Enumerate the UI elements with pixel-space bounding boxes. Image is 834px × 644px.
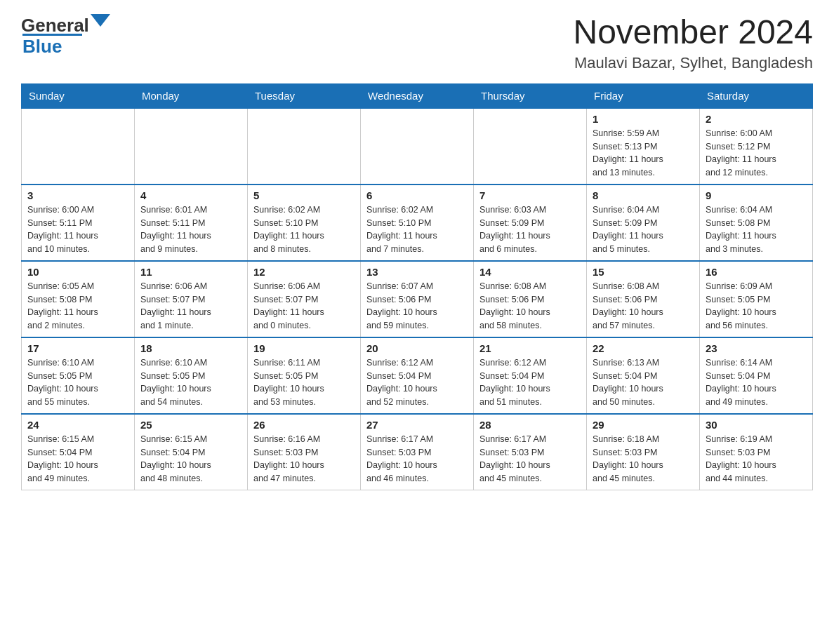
calendar-week-5: 24Sunrise: 6:15 AM Sunset: 5:04 PM Dayli…: [22, 414, 813, 490]
day-number: 3: [27, 189, 128, 201]
calendar-cell: 13Sunrise: 6:07 AM Sunset: 5:06 PM Dayli…: [361, 261, 474, 337]
day-of-week-tuesday: Tuesday: [248, 83, 361, 108]
month-year-title: November 2024: [573, 14, 813, 51]
calendar-cell: 23Sunrise: 6:14 AM Sunset: 5:04 PM Dayli…: [700, 337, 813, 414]
calendar-body: 1Sunrise: 5:59 AM Sunset: 5:13 PM Daylig…: [22, 108, 813, 490]
day-number: 17: [27, 342, 128, 354]
day-number: 20: [366, 342, 468, 354]
calendar-cell: 29Sunrise: 6:18 AM Sunset: 5:03 PM Dayli…: [587, 414, 700, 490]
day-number: 14: [479, 266, 581, 278]
day-number: 11: [140, 266, 241, 278]
calendar-cell: [22, 108, 135, 185]
day-info: Sunrise: 6:12 AM Sunset: 5:04 PM Dayligh…: [366, 356, 468, 409]
day-number: 12: [253, 266, 355, 278]
calendar-cell: 10Sunrise: 6:05 AM Sunset: 5:08 PM Dayli…: [22, 261, 135, 337]
day-of-week-sunday: Sunday: [22, 83, 135, 108]
day-number: 18: [140, 342, 241, 354]
day-number: 27: [366, 419, 468, 431]
calendar-cell: [135, 108, 248, 185]
day-number: 23: [706, 342, 807, 354]
calendar-week-4: 17Sunrise: 6:10 AM Sunset: 5:05 PM Dayli…: [22, 337, 813, 414]
day-number: 1: [593, 113, 694, 125]
day-info: Sunrise: 6:04 AM Sunset: 5:08 PM Dayligh…: [706, 203, 807, 256]
day-number: 13: [366, 266, 468, 278]
day-info: Sunrise: 6:15 AM Sunset: 5:04 PM Dayligh…: [27, 433, 128, 485]
day-number: 28: [479, 419, 581, 431]
calendar-week-1: 1Sunrise: 5:59 AM Sunset: 5:13 PM Daylig…: [22, 108, 813, 185]
day-number: 15: [593, 266, 694, 278]
calendar-week-2: 3Sunrise: 6:00 AM Sunset: 5:11 PM Daylig…: [22, 185, 813, 261]
calendar-header: SundayMondayTuesdayWednesdayThursdayFrid…: [22, 83, 813, 108]
day-number: 8: [593, 189, 694, 201]
logo-general-text: General: [21, 15, 89, 36]
day-number: 29: [593, 419, 694, 431]
calendar-cell: 26Sunrise: 6:16 AM Sunset: 5:03 PM Dayli…: [248, 414, 361, 490]
day-of-week-friday: Friday: [587, 83, 700, 108]
day-info: Sunrise: 6:10 AM Sunset: 5:05 PM Dayligh…: [27, 356, 128, 409]
day-info: Sunrise: 6:11 AM Sunset: 5:05 PM Dayligh…: [253, 356, 355, 409]
calendar-cell: 22Sunrise: 6:13 AM Sunset: 5:04 PM Dayli…: [587, 337, 700, 414]
day-info: Sunrise: 6:10 AM Sunset: 5:05 PM Dayligh…: [140, 356, 241, 409]
day-number: 21: [479, 342, 581, 354]
calendar-cell: 25Sunrise: 6:15 AM Sunset: 5:04 PM Dayli…: [135, 414, 248, 490]
day-of-week-monday: Monday: [135, 83, 248, 108]
day-number: 30: [706, 419, 807, 431]
day-info: Sunrise: 6:13 AM Sunset: 5:04 PM Dayligh…: [593, 356, 694, 409]
day-info: Sunrise: 6:06 AM Sunset: 5:07 PM Dayligh…: [253, 280, 355, 333]
logo-arrow-icon: [91, 14, 110, 36]
day-info: Sunrise: 6:08 AM Sunset: 5:06 PM Dayligh…: [479, 280, 581, 333]
day-info: Sunrise: 6:01 AM Sunset: 5:11 PM Dayligh…: [140, 203, 241, 256]
calendar-cell: 20Sunrise: 6:12 AM Sunset: 5:04 PM Dayli…: [361, 337, 474, 414]
day-info: Sunrise: 6:09 AM Sunset: 5:05 PM Dayligh…: [706, 280, 807, 333]
day-info: Sunrise: 6:19 AM Sunset: 5:03 PM Dayligh…: [706, 433, 807, 485]
day-info: Sunrise: 6:00 AM Sunset: 5:12 PM Dayligh…: [706, 127, 807, 180]
calendar-cell: 7Sunrise: 6:03 AM Sunset: 5:09 PM Daylig…: [474, 185, 587, 261]
calendar-cell: 15Sunrise: 6:08 AM Sunset: 5:06 PM Dayli…: [587, 261, 700, 337]
day-number: 10: [27, 266, 128, 278]
day-number: 16: [706, 266, 807, 278]
day-info: Sunrise: 5:59 AM Sunset: 5:13 PM Dayligh…: [593, 127, 694, 180]
calendar-cell: 21Sunrise: 6:12 AM Sunset: 5:04 PM Dayli…: [474, 337, 587, 414]
calendar-cell: 4Sunrise: 6:01 AM Sunset: 5:11 PM Daylig…: [135, 185, 248, 261]
calendar-cell: 24Sunrise: 6:15 AM Sunset: 5:04 PM Dayli…: [22, 414, 135, 490]
day-info: Sunrise: 6:00 AM Sunset: 5:11 PM Dayligh…: [27, 203, 128, 256]
calendar-cell: 8Sunrise: 6:04 AM Sunset: 5:09 PM Daylig…: [587, 185, 700, 261]
day-number: 25: [140, 419, 241, 431]
location-subtitle: Maulavi Bazar, Sylhet, Bangladesh: [573, 54, 813, 72]
day-info: Sunrise: 6:14 AM Sunset: 5:04 PM Dayligh…: [706, 356, 807, 409]
day-info: Sunrise: 6:12 AM Sunset: 5:04 PM Dayligh…: [479, 356, 581, 409]
calendar-cell: 27Sunrise: 6:17 AM Sunset: 5:03 PM Dayli…: [361, 414, 474, 490]
day-number: 19: [253, 342, 355, 354]
day-number: 5: [253, 189, 355, 201]
day-number: 26: [253, 419, 355, 431]
page-header: General Blue November 2024 Maulavi Bazar…: [21, 14, 813, 72]
calendar-cell: 3Sunrise: 6:00 AM Sunset: 5:11 PM Daylig…: [22, 185, 135, 261]
day-info: Sunrise: 6:15 AM Sunset: 5:04 PM Dayligh…: [140, 433, 241, 485]
day-info: Sunrise: 6:06 AM Sunset: 5:07 PM Dayligh…: [140, 280, 241, 333]
day-number: 22: [593, 342, 694, 354]
calendar-cell: 18Sunrise: 6:10 AM Sunset: 5:05 PM Dayli…: [135, 337, 248, 414]
calendar-week-3: 10Sunrise: 6:05 AM Sunset: 5:08 PM Dayli…: [22, 261, 813, 337]
logo: General Blue: [21, 14, 110, 58]
day-info: Sunrise: 6:18 AM Sunset: 5:03 PM Dayligh…: [593, 433, 694, 485]
calendar-cell: 9Sunrise: 6:04 AM Sunset: 5:08 PM Daylig…: [700, 185, 813, 261]
svg-marker-0: [91, 14, 110, 27]
calendar-cell: [361, 108, 474, 185]
calendar-cell: 17Sunrise: 6:10 AM Sunset: 5:05 PM Dayli…: [22, 337, 135, 414]
calendar-cell: 30Sunrise: 6:19 AM Sunset: 5:03 PM Dayli…: [700, 414, 813, 490]
calendar-cell: 16Sunrise: 6:09 AM Sunset: 5:05 PM Dayli…: [700, 261, 813, 337]
day-info: Sunrise: 6:17 AM Sunset: 5:03 PM Dayligh…: [479, 433, 581, 485]
day-info: Sunrise: 6:03 AM Sunset: 5:09 PM Dayligh…: [479, 203, 581, 256]
day-of-week-saturday: Saturday: [700, 83, 813, 108]
day-info: Sunrise: 6:02 AM Sunset: 5:10 PM Dayligh…: [366, 203, 468, 256]
day-number: 24: [27, 419, 128, 431]
day-of-week-thursday: Thursday: [474, 83, 587, 108]
day-info: Sunrise: 6:04 AM Sunset: 5:09 PM Dayligh…: [593, 203, 694, 256]
title-block: November 2024 Maulavi Bazar, Sylhet, Ban…: [573, 14, 813, 72]
calendar-cell: 14Sunrise: 6:08 AM Sunset: 5:06 PM Dayli…: [474, 261, 587, 337]
calendar-cell: 19Sunrise: 6:11 AM Sunset: 5:05 PM Dayli…: [248, 337, 361, 414]
calendar-cell: 1Sunrise: 5:59 AM Sunset: 5:13 PM Daylig…: [587, 108, 700, 185]
calendar-cell: 11Sunrise: 6:06 AM Sunset: 5:07 PM Dayli…: [135, 261, 248, 337]
day-info: Sunrise: 6:16 AM Sunset: 5:03 PM Dayligh…: [253, 433, 355, 485]
day-number: 6: [366, 189, 468, 201]
